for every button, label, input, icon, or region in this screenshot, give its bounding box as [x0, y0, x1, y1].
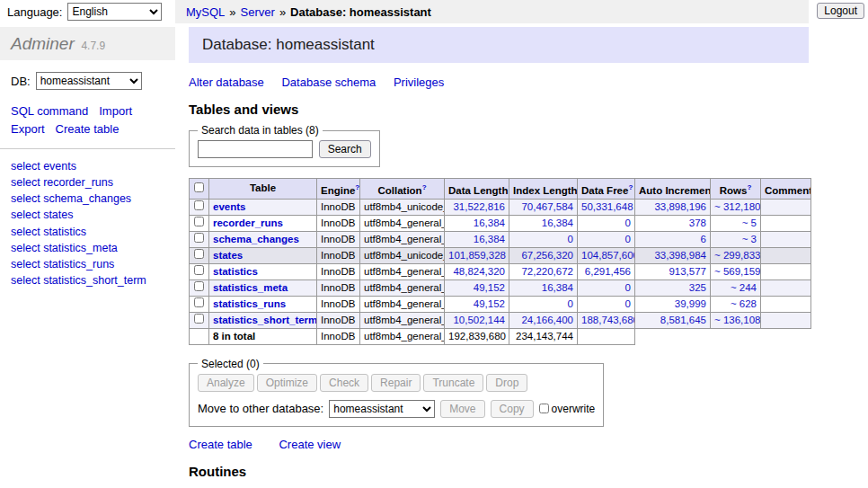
sidebar-table-item: select statistics_short_term [11, 272, 164, 288]
sidebar-table-link-schema_changes[interactable]: schema_changes [43, 192, 131, 205]
select-all-checkbox[interactable] [194, 182, 204, 192]
sidebar-table-link-statistics_runs[interactable]: statistics_runs [43, 258, 114, 271]
logout-area: Logout [809, 0, 868, 19]
move-db-select[interactable]: homeassistant [329, 400, 435, 418]
comment-cell [761, 279, 811, 296]
row-check-cell [190, 215, 209, 231]
sidebar-table-item: select events [11, 158, 164, 174]
breadcrumb-current: Database: homeassistant [290, 5, 431, 19]
breadcrumb-link-mysql[interactable]: MySQL [186, 5, 225, 19]
table-name-link-recorder_runs[interactable]: recorder_runs [213, 217, 283, 228]
analyze-button[interactable]: Analyze [198, 374, 254, 392]
data-length-cell: 16,384 [445, 215, 509, 231]
sidebar-select-link[interactable]: select [11, 242, 40, 254]
create-table-sidebar-link[interactable]: Create table [56, 122, 120, 136]
sidebar-select-link[interactable]: select [11, 258, 40, 271]
sidebar-table-link-events[interactable]: events [43, 160, 76, 173]
create-table-link[interactable]: Create table [189, 438, 252, 451]
sidebar-table-link-states[interactable]: states [43, 209, 73, 221]
table-name-link-statistics_meta[interactable]: statistics_meta [213, 282, 288, 293]
database-nav-links: Alter database Database schema Privilege… [189, 75, 868, 89]
auto-increment-cell: 33,398,984 [635, 247, 711, 263]
overwrite-checkbox[interactable] [539, 404, 549, 413]
column-header-data-length: Data Length? [445, 179, 509, 200]
rows-count-link[interactable]: ~ 628 [731, 298, 757, 309]
rows-count-link[interactable]: ~ 299,833 [714, 250, 760, 261]
row-checkbox[interactable] [194, 217, 204, 226]
rows-count-link[interactable]: ~ 136,108 [714, 315, 760, 325]
privileges-link[interactable]: Privileges [394, 75, 444, 89]
data-free-cell: 188,743,680 [578, 312, 635, 328]
sidebar-table-link-recorder_runs[interactable]: recorder_runs [43, 176, 113, 189]
rows-count-link[interactable]: ~ 312,180 [714, 201, 760, 212]
sidebar-select-link[interactable]: select [11, 274, 40, 287]
sidebar-select-link[interactable]: select [11, 226, 40, 238]
check-button[interactable]: Check [320, 374, 368, 392]
drop-button[interactable]: Drop [486, 374, 527, 392]
search-input[interactable] [198, 140, 313, 158]
database-schema-link[interactable]: Database schema [281, 75, 376, 89]
adminer-logo[interactable]: Adminer [11, 34, 75, 53]
import-link[interactable]: Import [99, 104, 132, 118]
row-check-cell [190, 296, 209, 312]
export-link[interactable]: Export [11, 122, 45, 136]
rows-count-link[interactable]: ~ 244 [731, 282, 757, 293]
repair-button[interactable]: Repair [371, 374, 421, 392]
engine-cell: InnoDB [317, 279, 360, 296]
app-logo-bar: Adminer 4.7.9 [0, 27, 175, 60]
table-row: statisticsInnoDButf8mb4_general_ci48,824… [190, 263, 811, 279]
table-row: schema_changesInnoDButf8mb4_general_ci16… [190, 231, 811, 247]
sidebar-select-link[interactable]: select [11, 160, 40, 173]
search-button[interactable]: Search [319, 140, 371, 158]
sql-command-link[interactable]: SQL command [11, 104, 88, 118]
copy-button[interactable]: Copy [491, 400, 534, 418]
table-name-link-statistics[interactable]: statistics [213, 266, 258, 277]
auto-increment-cell: 6 [635, 231, 711, 247]
table-name-link-schema_changes[interactable]: schema_changes [213, 234, 299, 244]
create-view-link[interactable]: Create view [279, 438, 341, 451]
move-button[interactable]: Move [440, 400, 484, 418]
row-check-cell [190, 279, 209, 296]
table-row: statistics_short_termInnoDButf8mb4_gener… [190, 312, 811, 328]
table-name-link-statistics_runs[interactable]: statistics_runs [213, 298, 286, 309]
help-link[interactable]: ? [628, 183, 633, 191]
language-select[interactable]: English [67, 3, 162, 21]
optimize-button[interactable]: Optimize [257, 374, 317, 392]
rows-count-link[interactable]: ~ 569,159 [714, 266, 760, 277]
row-checkbox[interactable] [194, 233, 204, 243]
row-checkbox[interactable] [194, 281, 204, 291]
alter-database-link[interactable]: Alter database [189, 75, 264, 89]
data-free-cell: 0 [578, 279, 635, 296]
sidebar-table-link-statistics_short_term[interactable]: statistics_short_term [43, 274, 146, 287]
rows-count-link[interactable]: ~ 3 [742, 234, 757, 244]
table-name-link-states[interactable]: states [213, 250, 243, 261]
breadcrumb-link-server[interactable]: Server [241, 5, 275, 19]
help-link[interactable]: ? [422, 183, 427, 191]
truncate-button[interactable]: Truncate [423, 374, 483, 392]
logout-button[interactable]: Logout [817, 3, 864, 19]
sidebar-select-link[interactable]: select [11, 192, 40, 205]
db-select[interactable]: homeassistant [36, 72, 142, 90]
row-checkbox[interactable] [194, 200, 204, 210]
table-name-link-events[interactable]: events [213, 201, 245, 212]
row-checkbox[interactable] [194, 314, 204, 324]
sidebar-select-link[interactable]: select [11, 209, 40, 221]
table-row: statistics_metaInnoDButf8mb4_general_ci4… [190, 279, 811, 296]
row-checkbox[interactable] [194, 265, 204, 275]
collation-cell: utf8mb4_general_ci [360, 215, 445, 231]
table-row: recorder_runsInnoDButf8mb4_general_ci16,… [190, 215, 811, 231]
sidebar-table-link-statistics[interactable]: statistics [43, 226, 86, 238]
collation-cell: utf8mb4_general_ci [360, 263, 445, 279]
language-area: Language: English [0, 3, 175, 21]
help-link[interactable]: ? [355, 183, 359, 191]
column-header-index-length: Index Length? [509, 179, 578, 200]
help-link[interactable]: ? [747, 183, 751, 191]
row-checkbox[interactable] [194, 249, 204, 259]
sidebar-select-link[interactable]: select [11, 176, 40, 189]
table-name-link-statistics_short_term[interactable]: statistics_short_term [213, 315, 317, 325]
row-checkbox[interactable] [194, 297, 204, 307]
rows-count-link[interactable]: ~ 5 [742, 217, 757, 228]
selected-actions-row: AnalyzeOptimizeCheckRepairTruncateDrop [198, 374, 595, 392]
rows-cell: ~ 628 [711, 296, 761, 312]
sidebar-table-link-statistics_meta[interactable]: statistics_meta [43, 242, 118, 254]
